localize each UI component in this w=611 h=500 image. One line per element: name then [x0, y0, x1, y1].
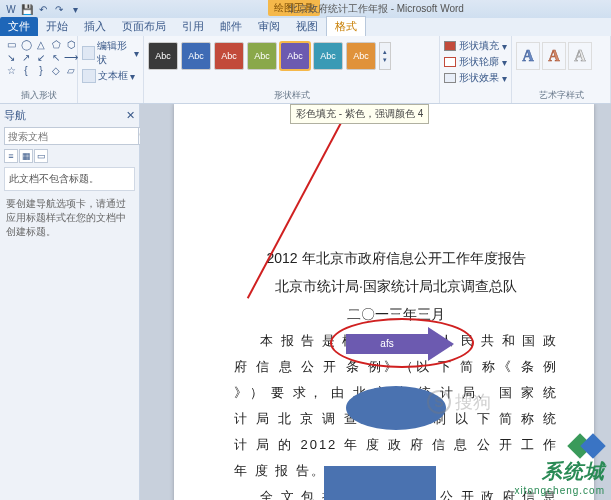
shape-effects-button[interactable]: 形状效果▾: [444, 70, 507, 86]
undo-icon[interactable]: ↶: [36, 2, 50, 16]
doc-title-line1: 2012 年北京市政府信息公开工作年度报告: [234, 244, 558, 272]
style-swatch-2[interactable]: Abc: [181, 42, 211, 70]
navigation-pane: 导航 ✕ 🔍 ≡ ▦ ▭ 此文档不包含标题。 要创建导航选项卡，请通过应用标题样…: [0, 104, 140, 500]
shape-arr3-icon[interactable]: ↙: [34, 51, 48, 63]
title-bar: W 💾 ↶ ↷ ▾ 绘图工具 北京政府统计工作年报 - Microsoft Wo…: [0, 0, 611, 18]
spacer: [82, 92, 139, 103]
nav-search: 🔍: [4, 127, 135, 145]
nav-hint: 要创建导航选项卡，请通过应用标题样式在您的文档中创建标题。: [4, 195, 135, 241]
tab-insert[interactable]: 插入: [76, 17, 114, 36]
window-title: 北京政府统计工作年报 - Microsoft Word: [288, 2, 464, 16]
nav-tab-headings[interactable]: ≡: [4, 149, 18, 163]
quick-access-toolbar: W 💾 ↶ ↷ ▾: [4, 2, 82, 16]
style-swatch-3[interactable]: Abc: [214, 42, 244, 70]
shape-arr5-icon[interactable]: ⟶: [64, 51, 78, 63]
ribbon-group-wordart: A A A 艺术字样式: [512, 36, 611, 103]
qat-more-icon[interactable]: ▾: [68, 2, 82, 16]
arrow-head: [428, 327, 454, 361]
shape-diamond-icon[interactable]: ◇: [49, 64, 63, 76]
nav-tab-results[interactable]: ▭: [34, 149, 48, 163]
doc-title-line2: 北京市统计局·国家统计局北京调查总队: [234, 272, 558, 300]
wordart-style-2[interactable]: A: [542, 42, 566, 70]
shape-brace1-icon[interactable]: {: [19, 64, 33, 76]
nav-close-icon[interactable]: ✕: [126, 109, 135, 122]
group-label-styles: 形状样式: [148, 89, 435, 103]
ribbon-group-shape-fx: 形状填充▾ 形状轮廓▾ 形状效果▾: [440, 36, 512, 103]
gallery-more-button[interactable]: ▴▾: [379, 42, 391, 70]
effects-icon: [444, 73, 456, 83]
shape-rect-icon[interactable]: ▭: [4, 38, 18, 50]
tab-layout[interactable]: 页面布局: [114, 17, 174, 36]
file-tab[interactable]: 文件: [0, 17, 38, 36]
style-swatch-4[interactable]: Abc: [247, 42, 277, 70]
outline-swatch-icon: [444, 57, 456, 67]
ribbon-tabs: 文件 开始 插入 页面布局 引用 邮件 审阅 视图 格式: [0, 18, 611, 36]
textbox-icon: [82, 69, 96, 83]
style-tooltip: 彩色填充 - 紫色，强调颜色 4: [290, 104, 429, 124]
fill-swatch-icon: [444, 41, 456, 51]
document-area[interactable]: 2012 年北京市政府信息公开工作年度报告 北京市统计局·国家统计局北京调查总队…: [140, 104, 611, 500]
ribbon-group-insert-shapes: ▭ ◯ △ ⬠ ⬡ ↘ ↗ ↙ ↖ ⟶ ☆ { } ◇ ▱ 插入形状: [0, 36, 78, 103]
style-swatch-5[interactable]: Abc: [280, 42, 310, 70]
doc-title-line3: 二〇一三年三月: [234, 300, 558, 328]
nav-title: 导航: [4, 108, 26, 123]
shape-hex-icon[interactable]: ⬡: [64, 38, 78, 50]
group-label-wordart: 艺术字样式: [516, 89, 606, 103]
wordart-style-3[interactable]: A: [568, 42, 592, 70]
tab-review[interactable]: 审阅: [250, 17, 288, 36]
inserted-arrow-shape[interactable]: afs: [346, 327, 456, 361]
tab-format[interactable]: 格式: [326, 16, 366, 36]
shape-oval-icon[interactable]: ◯: [19, 38, 33, 50]
search-input[interactable]: [4, 127, 139, 145]
shape-outline-button[interactable]: 形状轮廓▾: [444, 54, 507, 70]
group-label-shapes: 插入形状: [4, 89, 73, 103]
style-swatch-1[interactable]: Abc: [148, 42, 178, 70]
shape-tri-icon[interactable]: △: [34, 38, 48, 50]
shape-style-gallery: Abc Abc Abc Abc Abc Abc Abc ▴▾: [148, 38, 435, 89]
edit-shape-button[interactable]: 编辑形状▾: [82, 38, 139, 68]
ribbon: ▭ ◯ △ ⬠ ⬡ ↘ ↗ ↙ ↖ ⟶ ☆ { } ◇ ▱ 插入形状 编辑形状▾…: [0, 36, 611, 104]
edit-shape-icon: [82, 46, 95, 60]
shape-pent-icon[interactable]: ⬠: [49, 38, 63, 50]
ribbon-group-shape-styles: Abc Abc Abc Abc Abc Abc Abc ▴▾ 形状样式: [144, 36, 440, 103]
shape-arr4-icon[interactable]: ↖: [49, 51, 63, 63]
wordart-style-1[interactable]: A: [516, 42, 540, 70]
tab-mailings[interactable]: 邮件: [212, 17, 250, 36]
style-swatch-6[interactable]: Abc: [313, 42, 343, 70]
ribbon-group-edit-shape: 编辑形状▾ 文本框▾: [78, 36, 144, 103]
redo-icon[interactable]: ↷: [52, 2, 66, 16]
shape-para-icon[interactable]: ▱: [64, 64, 78, 76]
textbox-button[interactable]: 文本框▾: [82, 68, 139, 84]
nav-tab-pages[interactable]: ▦: [19, 149, 33, 163]
nav-empty-message: 此文档不包含标题。: [4, 167, 135, 191]
shape-star-icon[interactable]: ☆: [4, 64, 18, 76]
shape-arr1-icon[interactable]: ↘: [4, 51, 18, 63]
save-icon[interactable]: 💾: [20, 2, 34, 16]
style-swatch-7[interactable]: Abc: [346, 42, 376, 70]
tab-home[interactable]: 开始: [38, 17, 76, 36]
shape-brace2-icon[interactable]: }: [34, 64, 48, 76]
shape-fill-button[interactable]: 形状填充▾: [444, 38, 507, 54]
arrow-label: afs: [346, 334, 428, 354]
inserted-oval-shape[interactable]: [346, 386, 446, 430]
tab-view[interactable]: 视图: [288, 17, 326, 36]
page[interactable]: 2012 年北京市政府信息公开工作年度报告 北京市统计局·国家统计局北京调查总队…: [174, 104, 594, 500]
word-icon: W: [4, 2, 18, 16]
tab-references[interactable]: 引用: [174, 17, 212, 36]
shape-arr2-icon[interactable]: ↗: [19, 51, 33, 63]
nav-tabstrip: ≡ ▦ ▭: [4, 149, 135, 163]
inserted-rect-shape[interactable]: [324, 466, 436, 500]
spacer2: [444, 92, 507, 103]
